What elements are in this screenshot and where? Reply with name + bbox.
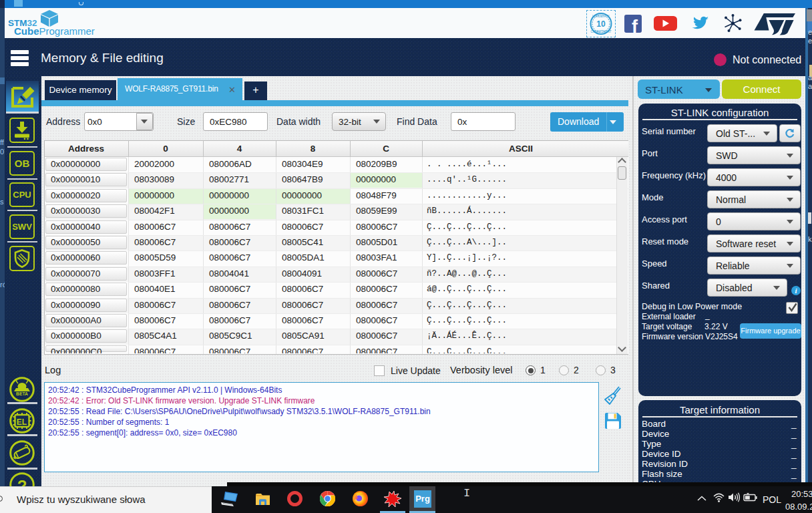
svg-text:LONGEVITY: LONGEVITY	[592, 15, 610, 18]
svg-text:10: 10	[596, 19, 606, 29]
svg-text:COMMITMENT: COMMITMENT	[591, 30, 612, 33]
svg-text:EL: EL	[17, 417, 27, 427]
svg-text:BETA: BETA	[16, 391, 28, 396]
